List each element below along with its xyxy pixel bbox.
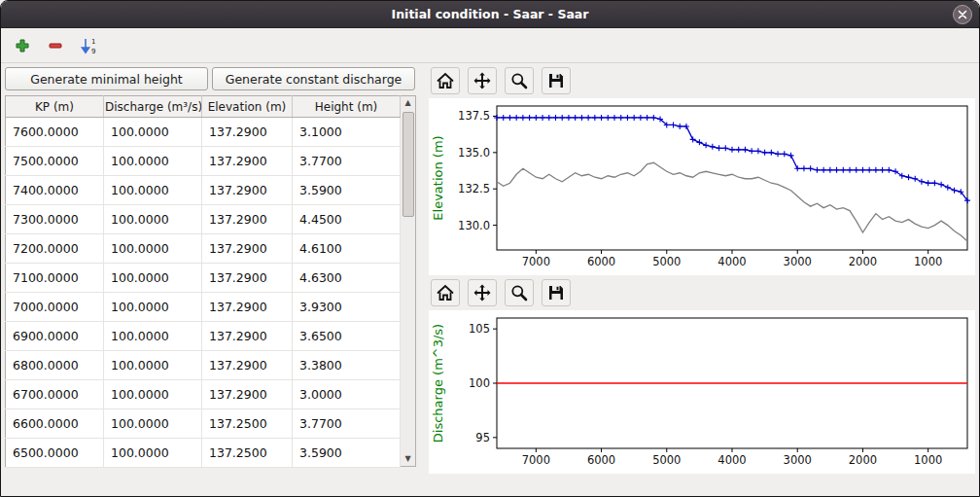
generate-minimal-height-button[interactable]: Generate minimal height bbox=[5, 67, 208, 90]
table-cell[interactable]: 137.2500 bbox=[202, 439, 293, 468]
table-cell[interactable]: 4.6100 bbox=[293, 234, 401, 264]
table-row: 7000.0000100.0000137.29003.9300 bbox=[6, 293, 401, 322]
table-cell[interactable]: 7100.0000 bbox=[6, 264, 104, 293]
table-cell[interactable]: 4.4500 bbox=[293, 205, 401, 234]
table-cell[interactable]: 100.0000 bbox=[104, 439, 202, 468]
table-cell[interactable]: 7200.0000 bbox=[6, 234, 104, 264]
scrollbar-thumb[interactable] bbox=[402, 112, 414, 217]
elevation-chart[interactable]: 7000600050004000300020001000130.0132.513… bbox=[429, 98, 975, 275]
table-cell[interactable]: 100.0000 bbox=[104, 234, 202, 264]
table-cell[interactable]: 100.0000 bbox=[104, 322, 202, 351]
table-cell[interactable]: 4.6300 bbox=[293, 264, 401, 293]
table-cell[interactable]: 6900.0000 bbox=[6, 322, 104, 351]
close-button[interactable] bbox=[953, 5, 972, 24]
table-cell[interactable]: 137.2900 bbox=[202, 380, 293, 409]
table-cell[interactable]: 3.0000 bbox=[293, 380, 401, 409]
table-cell[interactable]: 3.3800 bbox=[293, 351, 401, 380]
svg-text:5000: 5000 bbox=[652, 255, 681, 268]
remove-icon bbox=[48, 38, 63, 53]
svg-text:Elevation (m): Elevation (m) bbox=[431, 135, 445, 220]
table-row: 7600.0000100.0000137.29003.1000 bbox=[6, 118, 401, 147]
table-area: KP (m) Discharge (m³/s) Elevation (m) He… bbox=[5, 95, 423, 468]
column-header-elevation[interactable]: Elevation (m) bbox=[202, 96, 293, 118]
table-cell[interactable]: 100.0000 bbox=[104, 380, 202, 409]
table-cell[interactable]: 137.2900 bbox=[202, 351, 293, 380]
close-icon bbox=[958, 10, 967, 19]
scroll-down-button[interactable]: ▼ bbox=[402, 452, 415, 466]
table-cell[interactable]: 3.7700 bbox=[293, 147, 401, 176]
table-cell[interactable]: 3.5900 bbox=[293, 439, 401, 468]
sort-rows-button[interactable]: 1 9 bbox=[75, 32, 102, 59]
svg-text:1000: 1000 bbox=[914, 453, 942, 467]
svg-text:2000: 2000 bbox=[849, 255, 877, 268]
sort-1-9-icon: 1 9 bbox=[80, 37, 97, 54]
zoom-button[interactable] bbox=[505, 67, 534, 94]
table-cell[interactable]: 6600.0000 bbox=[6, 409, 104, 439]
scrollbar-track[interactable] bbox=[402, 110, 415, 452]
table-row: 6700.0000100.0000137.29003.0000 bbox=[6, 380, 401, 409]
table-cell[interactable]: 137.2900 bbox=[202, 205, 293, 234]
table-cell[interactable]: 137.2900 bbox=[202, 234, 293, 264]
table-cell[interactable]: 137.2900 bbox=[202, 118, 293, 147]
pan-button[interactable] bbox=[468, 67, 497, 94]
initial-condition-table: KP (m) Discharge (m³/s) Elevation (m) He… bbox=[5, 95, 401, 468]
svg-text:1: 1 bbox=[91, 38, 95, 46]
titlebar[interactable]: Initial condition - Saar - Saar bbox=[1, 1, 979, 28]
table-cell[interactable]: 6700.0000 bbox=[6, 380, 104, 409]
column-header-kp[interactable]: KP (m) bbox=[6, 96, 104, 118]
table-cell[interactable]: 100.0000 bbox=[104, 293, 202, 322]
svg-text:4000: 4000 bbox=[718, 255, 746, 268]
svg-text:3000: 3000 bbox=[784, 255, 812, 268]
table-cell[interactable]: 3.6500 bbox=[293, 322, 401, 351]
table-cell[interactable]: 137.2900 bbox=[202, 264, 293, 293]
table-cell[interactable]: 100.0000 bbox=[104, 351, 202, 380]
table-cell[interactable]: 137.2900 bbox=[202, 147, 293, 176]
table-cell[interactable]: 7000.0000 bbox=[6, 293, 104, 322]
table-cell[interactable]: 100.0000 bbox=[104, 409, 202, 439]
scroll-up-button[interactable]: ▲ bbox=[402, 96, 415, 110]
table-cell[interactable]: 100.0000 bbox=[104, 147, 202, 176]
table-cell[interactable]: 100.0000 bbox=[104, 176, 202, 205]
svg-text:Discharge (m^3/s): Discharge (m^3/s) bbox=[431, 324, 445, 443]
column-header-discharge[interactable]: Discharge (m³/s) bbox=[104, 96, 202, 118]
generate-constant-discharge-button[interactable]: Generate constant discharge bbox=[212, 67, 415, 90]
table-cell[interactable]: 7300.0000 bbox=[6, 205, 104, 234]
remove-row-button[interactable] bbox=[42, 32, 69, 59]
save-button-2[interactable] bbox=[542, 279, 571, 306]
save-button[interactable] bbox=[542, 67, 571, 94]
table-cell[interactable]: 100.0000 bbox=[104, 118, 202, 147]
zoom-button-2[interactable] bbox=[505, 279, 534, 306]
home-button-2[interactable] bbox=[431, 279, 460, 306]
discharge-chart-toolbar bbox=[429, 275, 975, 310]
pan-button-2[interactable] bbox=[468, 279, 497, 306]
table-body: 7600.0000100.0000137.29003.10007500.0000… bbox=[6, 118, 401, 468]
save-icon bbox=[546, 283, 566, 302]
table-cell[interactable]: 3.9300 bbox=[293, 293, 401, 322]
table-cell[interactable]: 100.0000 bbox=[104, 264, 202, 293]
table-cell[interactable]: 7600.0000 bbox=[6, 118, 104, 147]
table-cell[interactable]: 3.7700 bbox=[293, 409, 401, 439]
column-header-height[interactable]: Height (m) bbox=[293, 96, 401, 118]
table-cell[interactable]: 7400.0000 bbox=[6, 176, 104, 205]
discharge-chart[interactable]: 700060005000400030002000100095100105Disc… bbox=[429, 310, 975, 474]
table-cell[interactable]: 6500.0000 bbox=[6, 439, 104, 468]
table-cell[interactable]: 6800.0000 bbox=[6, 351, 104, 380]
add-row-button[interactable] bbox=[9, 32, 36, 59]
table-cell[interactable]: 100.0000 bbox=[104, 205, 202, 234]
home-icon bbox=[436, 71, 455, 90]
svg-text:5000: 5000 bbox=[652, 453, 681, 467]
table-cell[interactable]: 3.5900 bbox=[293, 176, 401, 205]
table-scrollbar[interactable]: ▲ ▼ bbox=[401, 95, 416, 467]
home-button[interactable] bbox=[431, 67, 460, 94]
table-cell[interactable]: 3.1000 bbox=[293, 118, 401, 147]
table-cell[interactable]: 137.2500 bbox=[202, 409, 293, 439]
svg-text:6000: 6000 bbox=[587, 255, 615, 268]
table-cell[interactable]: 7500.0000 bbox=[6, 147, 104, 176]
table-row: 7500.0000100.0000137.29003.7700 bbox=[6, 147, 401, 176]
right-panel: 7000600050004000300020001000130.0132.513… bbox=[423, 63, 979, 496]
table-cell[interactable]: 137.2900 bbox=[202, 176, 293, 205]
table-cell[interactable]: 137.2900 bbox=[202, 293, 293, 322]
table-row: 7300.0000100.0000137.29004.4500 bbox=[6, 205, 401, 234]
content: Generate minimal height Generate constan… bbox=[1, 63, 979, 496]
table-cell[interactable]: 137.2900 bbox=[202, 322, 293, 351]
